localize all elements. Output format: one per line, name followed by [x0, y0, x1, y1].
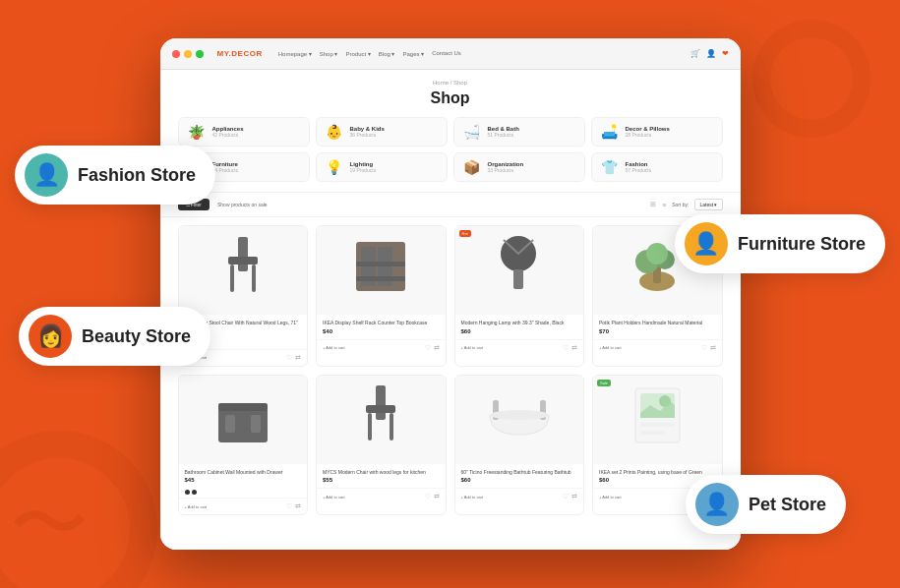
grid-view-icon[interactable]: ⊞	[650, 201, 656, 208]
nav-homepage[interactable]: Homepage ▾	[278, 50, 312, 57]
pet-store-label: Pet Store	[749, 495, 826, 515]
svg-rect-21	[366, 405, 395, 413]
bg-squiggle: 〜	[10, 472, 89, 578]
compare-icon[interactable]: ⇄	[295, 502, 301, 510]
category-card-2[interactable]: 🛁 Bed & Bath 51 Products	[453, 117, 585, 147]
add-to-cart-link[interactable]: + Add to cart	[461, 345, 484, 350]
product-icon	[485, 390, 554, 448]
sort-select[interactable]: Latest ▾	[694, 199, 722, 210]
category-card-7[interactable]: 👕 Fashion 57 Products	[591, 152, 723, 182]
compare-icon[interactable]: ⇄	[710, 344, 716, 352]
add-to-cart-link[interactable]: + Add to cart	[323, 495, 345, 500]
product-icon	[213, 383, 272, 456]
beauty-store-avatar: 👩	[29, 315, 72, 358]
pet-store-badge[interactable]: 👤 Pet Store	[686, 475, 846, 534]
add-to-cart-link[interactable]: + Add to cart	[185, 504, 208, 509]
heart-icon[interactable]: ♡	[286, 502, 292, 510]
compare-icon[interactable]: ⇄	[434, 493, 440, 500]
product-info: MYCS Modern Chair with wood legs for kit…	[317, 464, 446, 489]
cart-icon[interactable]: 🛒	[690, 49, 700, 58]
color-dot	[192, 490, 197, 495]
beauty-store-badge[interactable]: 👩 Beauty Store	[19, 307, 210, 366]
svg-rect-10	[513, 269, 523, 289]
svg-rect-23	[390, 413, 393, 441]
category-grid: 🪴 Appliances 42 Products 👶 Baby & Kids 3…	[160, 117, 741, 192]
product-actions: + Add to cart ♡ ⇄	[179, 498, 308, 514]
browser-nav: Homepage ▾ Shop ▾ Product ▾ Blog ▾ Pages…	[278, 50, 461, 57]
nav-pages[interactable]: Pages ▾	[403, 50, 425, 57]
list-view-icon[interactable]: ≡	[662, 202, 666, 208]
breadcrumb: Home / Shop	[160, 70, 741, 86]
product-name: Bathroom Cabinet Wall Mounted with Drawe…	[185, 469, 302, 476]
nav-shop[interactable]: Shop ▾	[320, 50, 338, 57]
category-card-1[interactable]: 👶 Baby & Kids 36 Products	[316, 117, 448, 147]
heart-icon[interactable]: ♡	[425, 493, 431, 500]
compare-icon[interactable]: ⇄	[434, 344, 440, 352]
product-card-4: Bathroom Cabinet Wall Mounted with Drawe…	[178, 375, 309, 516]
cat-icon: 🛁	[462, 124, 482, 140]
product-image[interactable]	[179, 226, 308, 315]
browser-content: Home / Shop Shop 🪴 Appliances 42 Product…	[160, 70, 741, 550]
product-price: $55	[323, 477, 440, 483]
product-image[interactable]	[317, 376, 446, 464]
heart-icon[interactable]: ♡	[701, 344, 707, 352]
nav-contact[interactable]: Contact Us	[432, 50, 461, 57]
cat-info: Bed & Bath 51 Products	[488, 126, 519, 138]
cat-info: Furniture 44 Products	[212, 161, 239, 173]
cat-info: Fashion 57 Products	[626, 161, 652, 173]
compare-icon[interactable]: ⇄	[295, 354, 301, 362]
compare-icon[interactable]: ⇄	[571, 344, 577, 352]
category-card-6[interactable]: 📦 Organization 33 Products	[453, 152, 585, 182]
wishlist-icons: ♡ ⇄	[425, 344, 440, 352]
svg-rect-2	[230, 265, 234, 292]
filter-sale-label: Show products on sale	[217, 202, 268, 207]
svg-rect-18	[251, 415, 261, 433]
wishlist-icon[interactable]: ❤	[722, 49, 729, 58]
product-price: $60	[461, 477, 578, 483]
product-info: Potik Plant Holders Handmade Natural Mat…	[593, 315, 722, 339]
cat-icon: 👶	[325, 124, 344, 140]
nav-product[interactable]: Product ▾	[345, 50, 370, 57]
product-badge: Hot	[459, 230, 471, 237]
furniture-store-badge[interactable]: 👤 Furniture Store	[675, 214, 885, 273]
product-image[interactable]	[317, 226, 446, 315]
cat-count: 42 Products	[212, 132, 244, 138]
heart-icon[interactable]: ♡	[425, 344, 431, 352]
category-card-3[interactable]: 🛋️ Decor & Pillows 28 Products	[591, 117, 723, 147]
product-icon	[630, 383, 685, 456]
category-card-0[interactable]: 🪴 Appliances 42 Products	[178, 117, 310, 147]
cat-info: Appliances 42 Products	[212, 126, 244, 138]
svg-point-15	[646, 243, 668, 265]
cat-info: Baby & Kids 36 Products	[350, 126, 385, 138]
product-image[interactable]: Sale	[593, 376, 722, 464]
add-to-cart-link[interactable]: + Add to cart	[599, 345, 622, 350]
product-icon	[356, 381, 405, 458]
category-card-5[interactable]: 💡 Lighting 19 Products	[316, 152, 448, 182]
user-icon[interactable]: 👤	[706, 49, 716, 58]
add-to-cart-link[interactable]: + Add to cart	[323, 345, 345, 350]
product-icon	[218, 232, 268, 310]
fashion-store-label: Fashion Store	[78, 165, 196, 186]
filter-bar: ☰ Filter Show products on sale ⊞ ≡ Sort …	[160, 192, 741, 217]
browser-window: MY.DECOR Homepage ▾ Shop ▾ Product ▾ Blo…	[160, 38, 741, 550]
compare-icon[interactable]: ⇄	[571, 493, 577, 500]
product-image[interactable]: Hot	[455, 226, 584, 315]
product-image[interactable]	[455, 376, 584, 464]
add-to-cart-link[interactable]: + Add to cart	[461, 495, 484, 500]
fashion-store-badge[interactable]: 👤 Fashion Store	[15, 146, 215, 205]
product-card-1: IKEA Display Shelf Rack Counter Top Book…	[316, 225, 447, 367]
product-info: IKEA Display Shelf Rack Counter Top Book…	[317, 315, 446, 339]
browser-dots	[172, 50, 204, 58]
nav-blog[interactable]: Blog ▾	[379, 50, 395, 57]
product-name: 60" Ticino Freestanding Bathtub Featurin…	[461, 469, 578, 476]
heart-icon[interactable]: ♡	[563, 344, 569, 352]
add-to-cart-link[interactable]: + Add to cart	[599, 495, 622, 500]
browser-logo: MY.DECOR	[217, 49, 263, 58]
product-name: IKEA Display Shelf Rack Counter Top Book…	[323, 320, 440, 326]
heart-icon[interactable]: ♡	[563, 493, 569, 500]
heart-icon[interactable]: ♡	[286, 354, 292, 362]
product-image[interactable]	[179, 376, 308, 464]
cat-info: Organization 33 Products	[488, 161, 524, 173]
svg-rect-7	[356, 262, 405, 266]
svg-rect-8	[356, 276, 405, 281]
